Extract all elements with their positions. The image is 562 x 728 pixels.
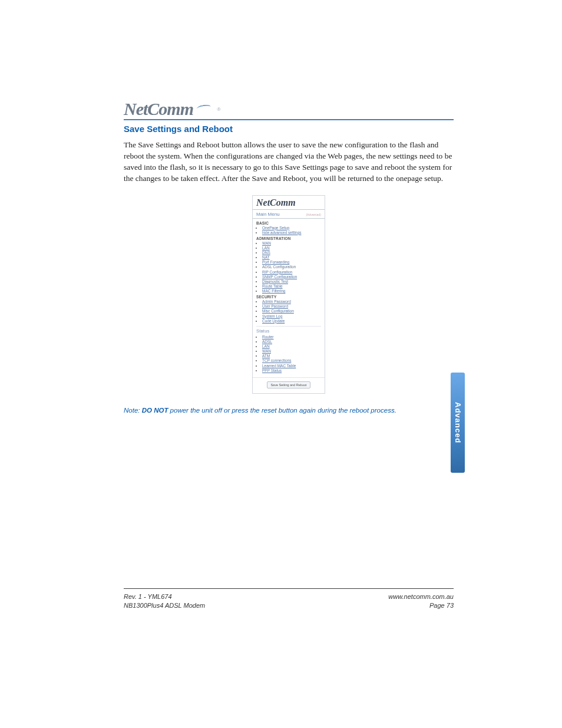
mini-header-basic: BASIC [256,221,321,225]
note-emphasis: DO NOT [142,407,168,414]
footer-right: www.netcomm.com.au Page 73 [388,592,454,610]
footer-left: Rev. 1 - YML674 NB1300Plus4 ADSL Modem [124,592,205,610]
embedded-screenshot: NetComm Main Menu (Advanced) BASIC OnePa… [124,195,454,394]
list-item[interactable]: ATM [262,354,321,358]
brand-logo: NetComm ® [124,100,454,118]
list-item[interactable]: SNMP Configuration [262,275,321,279]
mini-header-security: SECURITY [256,295,321,299]
mini-main-menu-row: Main Menu (Advanced) [253,210,325,218]
mini-list-status: Router ADSL LAN WAN ATM TCP connections … [256,335,321,373]
note-line: Note: DO NOT power the unit off or press… [124,407,454,414]
list-item[interactable]: NAT [262,255,321,260]
footer-rev: Rev. 1 - YML674 [124,592,205,601]
list-item[interactable]: Route Table [262,284,321,289]
list-item[interactable]: MAC Filtering [262,289,321,294]
list-item[interactable]: TCP connections [262,358,321,363]
list-item[interactable]: Misc Configuration [262,309,321,314]
page-content: NetComm ® Save Settings and Reboot The S… [124,100,454,414]
footer-rule [124,588,454,589]
mini-button-row: Save Setting and Reboot [253,377,325,393]
footer-row: Rev. 1 - YML674 NB1300Plus4 ADSL Modem w… [124,592,454,610]
header-rule [124,119,454,120]
mini-section-basic: BASIC OnePage Setup hide advanced settin… [253,219,325,375]
list-item[interactable]: Router [262,335,321,340]
brand-registered-mark: ® [217,106,221,112]
mini-list-security: Admin Password User Password Misc Config… [256,299,321,324]
note-prefix: Note: [124,407,142,414]
mini-header-admin: ADMINISTRATION [256,236,321,241]
list-item[interactable]: WAN [262,349,321,354]
save-reboot-button[interactable]: Save Setting and Reboot [267,381,310,388]
footer-url: www.netcomm.com.au [388,592,454,601]
list-item[interactable]: System Log [262,314,321,319]
list-item[interactable]: DNS [262,251,321,255]
list-item[interactable]: hide advanced settings [262,230,321,235]
footer-page: Page 73 [388,601,454,610]
mini-list-basic: OnePage Setup hide advanced settings [256,226,321,235]
list-item[interactable]: PPP Status [262,368,321,373]
mini-header-status: Status [256,326,321,334]
footer-product: NB1300Plus4 ADSL Modem [124,601,205,610]
list-item[interactable]: Diagnostic Test [262,279,321,284]
list-item[interactable]: Code Update [262,319,321,324]
list-item[interactable]: RIP Configuration [262,270,321,275]
list-item[interactable]: ADSL Configuration [262,265,321,269]
list-item[interactable]: LAN [262,246,321,251]
mini-header: NetComm [253,196,325,209]
list-item[interactable]: LAN [262,344,321,349]
side-tab-advanced: Advanced [451,373,465,473]
list-item[interactable]: Port Forwarding [262,260,321,265]
list-item[interactable]: ADSL [262,340,321,344]
brand-name: NetComm [124,100,193,118]
list-item[interactable]: WAN [262,241,321,246]
mini-logo: NetComm [256,197,296,207]
mini-list-admin: WAN LAN DNS NAT Port Forwarding ADSL Con… [256,241,321,294]
note-rest: power the unit off or press the reset bu… [168,407,396,414]
mini-main-menu-label: Main Menu [256,212,280,217]
brand-swoosh-icon [197,105,213,113]
list-item[interactable]: OnePage Setup [262,226,321,230]
mini-main-menu-sub: (Advanced) [306,213,321,216]
list-item[interactable]: Admin Password [262,299,321,304]
mini-menu-panel: NetComm Main Menu (Advanced) BASIC OnePa… [252,195,325,394]
section-body: The Save Settings and Reboot button allo… [124,140,454,185]
list-item[interactable]: User Password [262,304,321,309]
page-footer: Rev. 1 - YML674 NB1300Plus4 ADSL Modem w… [124,588,454,610]
list-item[interactable]: Learned MAC Table [262,364,321,368]
section-title: Save Settings and Reboot [124,124,454,134]
side-tab-label: Advanced [454,402,462,443]
